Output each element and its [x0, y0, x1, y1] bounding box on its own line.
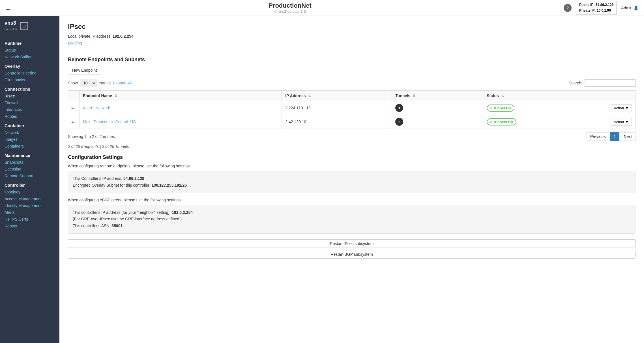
row1-status-cell: 1 Tunnel Up	[483, 101, 607, 115]
table-header-row: Endpoint Name ⇅ IP Address ⇅ Tunnels ⇅ S…	[68, 91, 636, 101]
sidebar-item-licensing[interactable]: Licensing	[0, 166, 59, 172]
row2-endpoint-link[interactable]: Main_Datacenter_Central_US	[83, 120, 136, 124]
sidebar-item-ipsec[interactable]: IPsec	[0, 93, 59, 99]
instance-name: vns3-us-east-1-0	[278, 9, 306, 14]
sidebar-item-remote-support[interactable]: Remote Support	[0, 172, 59, 179]
pagination-row: Showing 1 to 2 of 2 entries Previous 1 N…	[68, 132, 636, 141]
row1-action-cell: Action ▼	[607, 101, 635, 115]
sidebar-item-images[interactable]: Images	[0, 136, 59, 143]
sidebar-item-network[interactable]: Network	[0, 129, 59, 136]
col-ip-address[interactable]: IP Address ⇅	[282, 91, 392, 101]
sidebar-item-interfaces[interactable]: Interfaces	[0, 106, 59, 113]
private-ip-value: 10.0.1.90	[597, 8, 611, 12]
sidebar-item-https-certs[interactable]: HTTPS Certs	[0, 216, 59, 223]
col-endpoint-name[interactable]: Endpoint Name ⇅	[80, 91, 282, 101]
expand-all-link[interactable]: Expand All	[113, 81, 132, 85]
logo-sub: controller	[5, 27, 17, 31]
table-row: ▶ Main_Datacenter_Central_US 2.42.120.10…	[68, 115, 636, 129]
col-tunnels[interactable]: Tunnels ⇅	[392, 91, 483, 101]
config-box2-line2: (For GRE-over-IPsec use the GRE interfac…	[73, 216, 631, 223]
row2-status-cell: 2 Tunnels Up	[483, 115, 607, 129]
config-box1-line2: Encrypted Overlay Subnet for this contro…	[73, 182, 631, 189]
sidebar-section-connections: Connections	[0, 83, 59, 93]
hamburger-icon[interactable]: ☰	[6, 5, 11, 11]
row2-expand-arrow[interactable]: ▶	[72, 120, 74, 124]
logging-link[interactable]: Logging	[68, 41, 82, 45]
sidebar-item-clientpacks[interactable]: Clientpacks	[0, 76, 59, 83]
sidebar-item-status[interactable]: Status	[0, 47, 59, 54]
table-controls: Show 10 25 50 100 entries Expand All Sea…	[68, 79, 636, 87]
header: ☰ ProductionNet ⬡ vns3-us-east-1-0 ? Pub…	[0, 0, 644, 16]
restart-ipsec-button[interactable]: Restart IPsec subsystem	[68, 239, 636, 248]
public-ip-row: Public IP: 54.86.2.128	[579, 2, 613, 8]
summary-text: 2 of 26 Endpoints | 2 of 26 Tunnels	[68, 144, 636, 149]
local-ip-value: 192.0.2.254	[113, 34, 134, 39]
next-page-button[interactable]: Next	[620, 132, 636, 141]
config-bgp-intro-text: When configuring eBGP peers, please use …	[68, 198, 636, 202]
config-box1-line2-value: 100.127.255.192/26	[152, 183, 187, 188]
ip-info-box: Public IP: 54.86.2.128 Private IP: 10.0.…	[576, 1, 617, 14]
row1-endpoint-link[interactable]: Azure_Network	[83, 106, 110, 110]
showing-text: Showing 1 to 2 of 2 entries	[68, 134, 115, 139]
search-input[interactable]	[585, 79, 636, 87]
col-status[interactable]: Status ⇅	[483, 91, 607, 101]
sidebar-section-runtime: Runtime	[0, 37, 59, 47]
admin-label-text: Admin	[621, 6, 632, 10]
sidebar-item-snapshots[interactable]: Snapshots	[0, 159, 59, 166]
pagination-buttons: Previous 1 Next	[587, 132, 636, 141]
sidebar: vns3controller ⬡ Runtime Status Network …	[0, 16, 59, 343]
config-box-2: This controller's IP address (for your "…	[68, 205, 636, 234]
sidebar-item-access-management[interactable]: Access Management	[0, 195, 59, 202]
admin-user[interactable]: Admin 👤	[621, 6, 638, 10]
restart-bgp-button[interactable]: Restart BGP subsystem	[68, 250, 636, 259]
sidebar-logo: vns3controller ⬡	[0, 20, 59, 37]
sidebar-section-overlay: Overlay	[0, 60, 59, 70]
sidebar-item-controller-peering[interactable]: Controller Peering	[0, 70, 59, 76]
table-row: ▶ Azure_Network 3.224.119.113 1 1 Tunnel…	[68, 101, 636, 115]
sidebar-section-maintenance: Maintenance	[0, 150, 59, 159]
row1-action-button[interactable]: Action ▼	[611, 104, 632, 112]
sidebar-item-alerts[interactable]: Alerts	[0, 209, 59, 216]
entries-label: entries	[99, 81, 111, 85]
row2-ip-value: 2.42.120.10	[285, 120, 306, 124]
config-box2-line1: This controller's IP address (for your "…	[73, 209, 631, 216]
network-name: ProductionNet	[16, 2, 564, 9]
logo-text: vns3controller	[5, 20, 17, 32]
sidebar-section-container: Container	[0, 120, 59, 129]
local-ip-label: Local private IP address:	[68, 34, 111, 39]
sidebar-section-controller: Controller	[0, 179, 59, 189]
config-section-title: Configuration Settings	[68, 154, 636, 160]
current-page-button[interactable]: 1	[610, 132, 619, 141]
row1-status-badge: 1 Tunnel Up	[487, 105, 514, 112]
show-entries-select[interactable]: 10 25 50 100	[80, 79, 96, 87]
sidebar-item-network-sniffer[interactable]: Network Sniffer	[0, 54, 59, 60]
row2-tunnel-badge: 2	[395, 118, 403, 126]
row2-action-button[interactable]: Action ▼	[611, 118, 632, 126]
col-expand	[68, 91, 80, 101]
sort-icon-status: ⇅	[501, 94, 504, 98]
config-box-1: This Controller's IP address: 54.86.2.12…	[68, 171, 636, 193]
col-action	[607, 91, 635, 101]
sidebar-item-topology[interactable]: Topology	[0, 189, 59, 195]
sidebar-item-routes[interactable]: Routes	[0, 113, 59, 120]
row1-expand-arrow[interactable]: ▶	[72, 106, 74, 110]
row1-endpoint-name-cell: Azure_Network	[80, 101, 282, 115]
sidebar-item-identity-management[interactable]: Identity Management	[0, 202, 59, 209]
sidebar-item-containers[interactable]: Containers	[0, 143, 59, 150]
new-endpoint-button[interactable]: New Endpoint	[68, 66, 101, 74]
search-controls: Search:	[569, 79, 636, 87]
help-icon[interactable]: ?	[564, 4, 572, 12]
sidebar-item-firewall[interactable]: Firewall	[0, 99, 59, 106]
row1-tunnels-cell: 1	[392, 101, 483, 115]
private-ip-label: Private IP:	[579, 8, 596, 12]
row2-tunnels-cell: 2	[392, 115, 483, 129]
layout: vns3controller ⬡ Runtime Status Network …	[0, 16, 644, 343]
row1-ip-value: 3.224.119.113	[285, 106, 311, 110]
row2-ip-cell: 2.42.120.10	[282, 115, 392, 129]
config-box1-line1: This Controller's IP address: 54.86.2.12…	[73, 175, 631, 182]
user-icon: 👤	[634, 6, 638, 10]
endpoints-table: Endpoint Name ⇅ IP Address ⇅ Tunnels ⇅ S…	[68, 90, 636, 129]
previous-page-button[interactable]: Previous	[587, 132, 609, 141]
local-ip-text: Local private IP address: 192.0.2.254	[68, 34, 636, 39]
sidebar-item-reboot[interactable]: Reboot	[0, 223, 59, 229]
